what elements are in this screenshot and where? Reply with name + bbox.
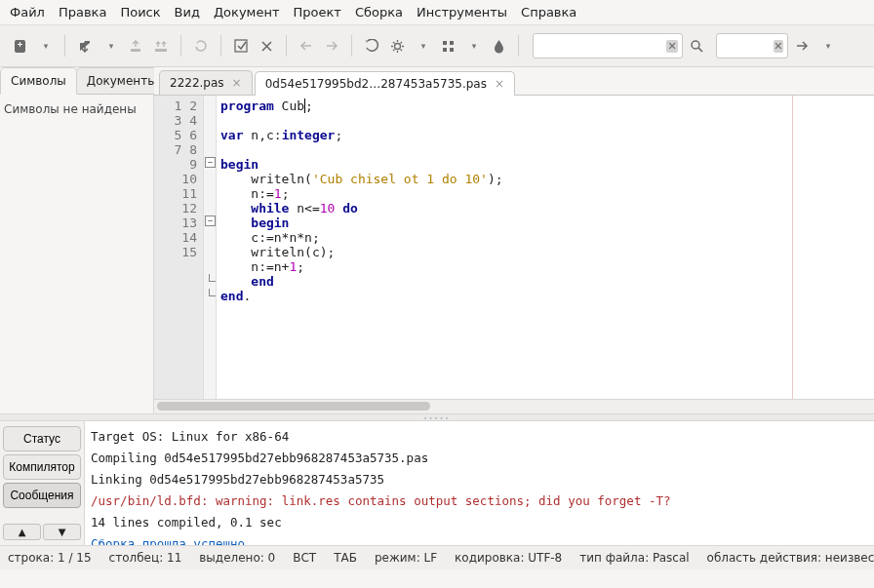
status-scope: область действия: неизвестно <box>707 551 874 565</box>
build-icon[interactable] <box>385 34 409 58</box>
goto-input[interactable]: ✕ <box>716 33 788 59</box>
svg-point-6 <box>394 43 400 49</box>
save-all-icon <box>149 34 173 58</box>
bottom-tab-Сообщения[interactable]: Сообщения <box>3 483 81 508</box>
new-file-dropdown[interactable] <box>33 34 57 58</box>
clear-goto-icon[interactable]: ✕ <box>774 40 783 53</box>
bottom-tab-Статус[interactable]: Статус <box>3 426 81 451</box>
close-doc-icon[interactable] <box>229 34 253 58</box>
color-icon[interactable] <box>487 34 510 58</box>
save-icon <box>124 34 147 58</box>
goto-dropdown[interactable] <box>815 34 839 58</box>
open-file-icon[interactable] <box>73 34 97 58</box>
menu-Правка[interactable]: Правка <box>59 5 106 20</box>
svg-line-13 <box>393 49 395 51</box>
status-line: строка: 1 / 15 <box>8 551 92 565</box>
status-mode: режим: LF <box>375 551 437 565</box>
status-sel: выделено: 0 <box>199 551 275 565</box>
run-dropdown[interactable] <box>461 34 485 58</box>
open-file-dropdown[interactable] <box>99 34 122 58</box>
menu-Проект[interactable]: Проект <box>294 5 341 20</box>
svg-rect-15 <box>443 41 447 45</box>
close-icon[interactable] <box>255 34 278 58</box>
line-gutter: 1 2 3 4 5 6 7 8 9 10 11 12 13 14 15 <box>154 96 204 399</box>
menu-Сборка[interactable]: Сборка <box>355 5 403 20</box>
nav-back-icon <box>295 34 318 58</box>
sidebar-tabs: СимволыДокументы <box>0 67 153 95</box>
status-col: столбец: 11 <box>109 551 182 565</box>
svg-rect-5 <box>235 40 247 52</box>
build-dropdown[interactable] <box>411 34 434 58</box>
margin-line <box>792 96 793 399</box>
compile-icon[interactable] <box>360 34 383 58</box>
search-icon[interactable] <box>685 34 708 58</box>
sidebar: СимволыДокументы Символы не найдены <box>0 67 154 413</box>
revert-icon <box>189 34 213 58</box>
editor-tabs: 2222.pas×0d54e517995bd2…287453a5735.pas× <box>154 67 874 96</box>
search-input[interactable]: ✕ <box>533 33 683 59</box>
status-ins: ВСТ <box>293 551 316 565</box>
menu-Справка[interactable]: Справка <box>521 5 576 20</box>
editor-tab-label: 2222.pas <box>170 76 224 90</box>
svg-line-20 <box>698 48 702 52</box>
svg-rect-4 <box>155 49 167 52</box>
menubar: ФайлПравкаПоискВидДокументПроектСборкаИн… <box>0 0 874 25</box>
svg-rect-2 <box>20 42 20 47</box>
nav-forward-icon <box>320 34 343 58</box>
menu-Поиск[interactable]: Поиск <box>120 5 160 20</box>
menu-Инструменты[interactable]: Инструменты <box>417 5 507 20</box>
new-file-icon[interactable] <box>8 34 31 58</box>
svg-line-11 <box>393 42 395 44</box>
clear-search-icon[interactable]: ✕ <box>666 40 678 53</box>
sidebar-tab-0[interactable]: Символы <box>0 67 77 95</box>
msg-prev-icon[interactable]: ▲ <box>3 524 41 540</box>
tab-close-icon[interactable]: × <box>495 77 504 91</box>
svg-rect-3 <box>131 49 140 52</box>
status-filetype: тип файла: Pascal <box>579 551 689 565</box>
menu-Документ[interactable]: Документ <box>214 5 280 20</box>
status-enc: кодировка: UTF-8 <box>455 551 562 565</box>
svg-rect-18 <box>450 48 454 52</box>
code-editor[interactable]: 1 2 3 4 5 6 7 8 9 10 11 12 13 14 15 −− p… <box>154 96 874 399</box>
svg-point-19 <box>692 41 699 49</box>
run-icon[interactable] <box>436 34 459 58</box>
horizontal-scrollbar[interactable] <box>154 399 874 413</box>
editor-tab-label: 0d54e517995bd2…287453a5735.pas <box>265 77 487 91</box>
status-tab: ТАБ <box>334 551 357 565</box>
bottom-tabs: СтатусКомпиляторСообщения▲▼ <box>0 421 85 545</box>
sidebar-body: Символы не найдены <box>0 94 153 413</box>
console-output[interactable]: Target OS: Linux for x86-64Compiling 0d5… <box>85 421 874 545</box>
menu-Файл[interactable]: Файл <box>10 5 45 20</box>
editor-tab-0[interactable]: 2222.pas× <box>159 70 253 95</box>
tab-close-icon[interactable]: × <box>232 76 242 90</box>
svg-rect-17 <box>443 48 447 52</box>
statusbar: строка: 1 / 15 столбец: 11 выделено: 0 В… <box>0 545 874 569</box>
toolbar: ✕ ✕ <box>0 25 874 67</box>
svg-line-14 <box>400 42 402 44</box>
menu-Вид[interactable]: Вид <box>175 5 200 20</box>
msg-next-icon[interactable]: ▼ <box>43 524 81 540</box>
bottom-tab-Компилятор[interactable]: Компилятор <box>3 454 81 480</box>
goto-icon[interactable] <box>790 34 814 58</box>
pane-drag-handle[interactable]: ••••• <box>0 413 874 421</box>
code-content[interactable]: program Cub; var n,c:integer; begin writ… <box>217 96 874 399</box>
svg-line-12 <box>400 49 402 51</box>
fold-column[interactable]: −− <box>204 96 217 399</box>
svg-rect-16 <box>450 41 454 45</box>
editor-tab-1[interactable]: 0d54e517995bd2…287453a5735.pas× <box>255 71 515 96</box>
